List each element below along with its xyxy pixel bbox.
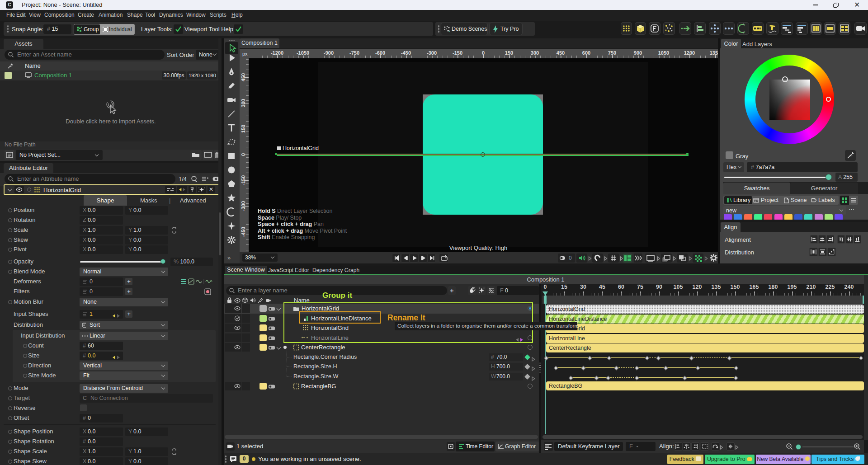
svg-text:0: 0: [569, 255, 572, 261]
